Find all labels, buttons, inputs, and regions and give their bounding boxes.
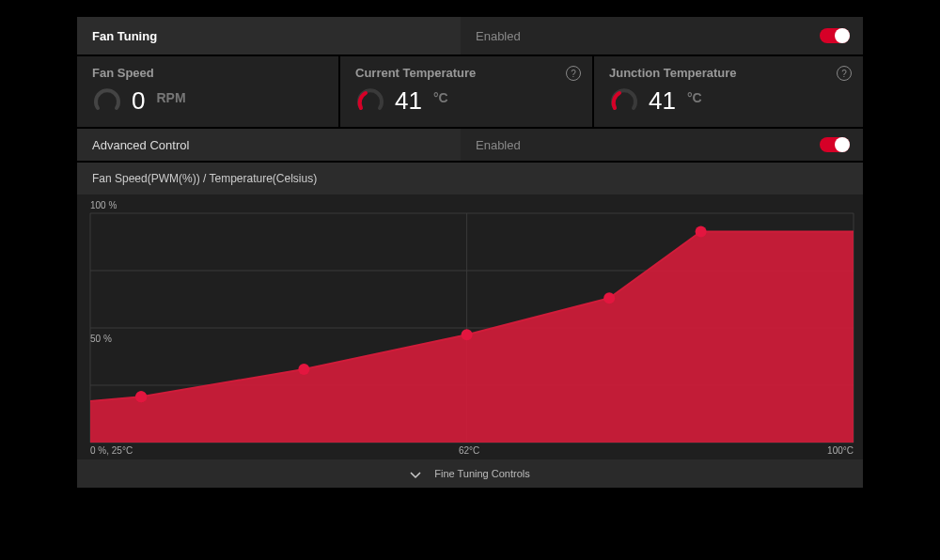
- help-icon[interactable]: ?: [837, 66, 852, 81]
- advanced-control-toggle[interactable]: [820, 137, 850, 152]
- fan-tuning-title: Fan Tuning: [77, 17, 461, 54]
- fine-tuning-controls-button[interactable]: Fine Tuning Controls: [77, 459, 863, 488]
- fan-tuning-header-row: Fan Tuning Enabled: [77, 17, 863, 56]
- chart-y-label-50: 50 %: [90, 334, 112, 344]
- fan-speed-unit: RPM: [156, 90, 185, 105]
- gauge-icon: [355, 86, 385, 116]
- gauge-icon: [609, 86, 639, 116]
- chart-x-label-max: 100°C: [827, 445, 854, 456]
- metrics-row: Fan Speed 0 RPM Current Temperature ?: [77, 56, 863, 129]
- current-temp-value: 41: [395, 86, 422, 116]
- advanced-control-status-label: Enabled: [476, 138, 521, 152]
- chart-y-label-100: 100 %: [90, 200, 117, 210]
- junction-temp-title: Junction Temperature: [609, 66, 848, 80]
- svg-point-11: [603, 292, 615, 303]
- junction-temp-value: 41: [649, 86, 676, 116]
- current-temp-unit: °C: [433, 90, 448, 105]
- fan-speed-metric: Fan Speed 0 RPM: [77, 56, 338, 127]
- fine-tuning-label: Fine Tuning Controls: [434, 468, 530, 479]
- svg-point-9: [298, 364, 309, 375]
- current-temp-metric: Current Temperature ? 41 °C: [338, 56, 592, 127]
- fan-tuning-status-cell: Enabled: [461, 17, 863, 54]
- svg-point-12: [696, 226, 707, 238]
- fan-tuning-status-label: Enabled: [476, 29, 521, 43]
- fan-tuning-toggle[interactable]: [820, 28, 850, 43]
- gauge-icon: [92, 86, 122, 116]
- advanced-control-row: Advanced Control Enabled: [77, 129, 863, 163]
- junction-temp-unit: °C: [687, 90, 702, 105]
- help-icon[interactable]: ?: [566, 66, 581, 81]
- chart-header: Fan Speed(PWM(%)) / Temperature(Celsius): [77, 163, 863, 194]
- current-temp-title: Current Temperature: [355, 66, 577, 80]
- junction-temp-metric: Junction Temperature ? 41 °C: [592, 56, 863, 127]
- svg-point-13: [135, 391, 147, 402]
- fan-speed-title: Fan Speed: [92, 66, 323, 80]
- svg-point-10: [462, 329, 473, 340]
- chart-origin-label: 0 %, 25°C: [90, 445, 133, 456]
- fan-tuning-panel: Fan Tuning Enabled Fan Speed 0 RPM Curre…: [77, 17, 863, 488]
- chart-x-label-mid: 62°C: [459, 445, 479, 456]
- fan-speed-value: 0: [132, 86, 145, 116]
- advanced-control-status-cell: Enabled: [461, 129, 863, 161]
- fan-curve-chart[interactable]: 100 % 50 % 0 %, 25°C 62°C 100°C: [77, 194, 863, 459]
- advanced-control-title: Advanced Control: [77, 129, 461, 161]
- chevron-down-icon: [410, 470, 421, 477]
